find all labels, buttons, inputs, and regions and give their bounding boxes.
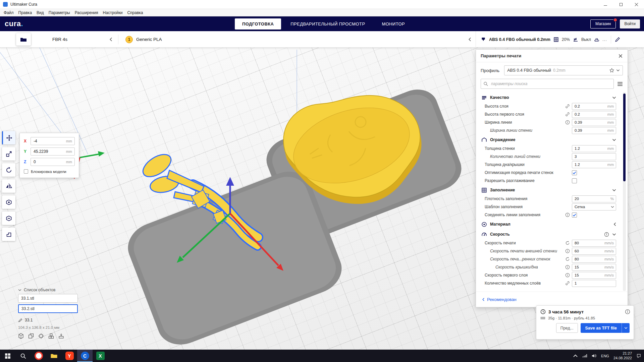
- object-item-1[interactable]: 33.2.stl: [18, 304, 78, 313]
- setting-label: Высота слоя: [485, 104, 565, 109]
- quality-category-icon: [481, 95, 487, 101]
- tab-monitor[interactable]: МОНИТОР: [374, 18, 412, 29]
- network-icon[interactable]: [582, 354, 587, 358]
- volume-icon[interactable]: [592, 354, 597, 358]
- tool-custom-button[interactable]: [2, 228, 15, 241]
- chevron-down-icon: [624, 327, 628, 329]
- tool-per-model-settings-button[interactable]: [2, 195, 15, 209]
- tray-expand-icon[interactable]: [573, 354, 578, 358]
- printer-selector[interactable]: FBR 4s: [37, 31, 67, 48]
- close-button[interactable]: [629, 0, 644, 9]
- settings-search-input[interactable]: [481, 79, 614, 89]
- recommended-mode-button[interactable]: Рекомендован: [482, 297, 517, 302]
- setting-value-field[interactable]: 15mm/s: [572, 264, 616, 271]
- language-indicator[interactable]: ENG: [601, 354, 609, 358]
- star-icon[interactable]: [609, 68, 614, 73]
- lock-model-checkbox[interactable]: [24, 169, 28, 174]
- tool-move-button[interactable]: [2, 131, 15, 144]
- menu-item-6[interactable]: Справка: [125, 10, 145, 15]
- settings-section-quality[interactable]: Качество: [476, 93, 628, 102]
- tab-preview[interactable]: ПРЕДВАРИТЕЛЬНЫЙ ПРОСМОТР: [283, 18, 372, 29]
- setting-checkbox[interactable]: [572, 178, 577, 183]
- z-position-field[interactable]: 0mm: [31, 158, 75, 166]
- setting-value-field[interactable]: 0.39mm: [572, 127, 616, 134]
- save-options-dropdown[interactable]: [622, 323, 630, 333]
- setting-value-field[interactable]: 60mm/s: [572, 248, 616, 255]
- setting-value-field[interactable]: 1: [572, 280, 616, 287]
- material-selector[interactable]: 1 Generic PLA: [121, 31, 162, 48]
- setting-value-field[interactable]: 1.2mm: [572, 145, 616, 152]
- printer-panel-collapse-icon[interactable]: [107, 31, 115, 48]
- object-item-0[interactable]: 33.1.stl: [18, 294, 78, 303]
- taskbar-app-browser[interactable]: [31, 350, 46, 362]
- app-header: cura. ПОДГОТОВКАПРЕДВАРИТЕЛЬНЫЙ ПРОСМОТР…: [0, 16, 644, 31]
- menu-item-4[interactable]: Расширения: [72, 10, 101, 15]
- settings-panel-collapse-icon[interactable]: [466, 31, 474, 48]
- tab-prepare[interactable]: ПОДГОТОВКА: [235, 18, 281, 29]
- menu-item-5[interactable]: Настройки: [101, 10, 125, 15]
- info-icon[interactable]: [625, 309, 630, 314]
- object-merge-icon[interactable]: [58, 333, 64, 339]
- setting-value-field[interactable]: 0.2mm: [572, 111, 616, 118]
- taskbar-app-start[interactable]: [0, 350, 15, 362]
- taskbar-clock[interactable]: 21:27 24.08.2022: [613, 351, 632, 361]
- minimize-button[interactable]: [598, 0, 613, 9]
- object-list-header[interactable]: Список объектов: [18, 288, 78, 292]
- menu-item-0[interactable]: Файл: [1, 10, 16, 15]
- settings-section-material[interactable]: Материал: [476, 220, 628, 229]
- object-multiply-icon[interactable]: [28, 333, 34, 339]
- setting-value-field[interactable]: 0.2mm: [572, 103, 616, 110]
- settings-section-infill[interactable]: Заполнение: [476, 185, 628, 195]
- setting-value-field[interactable]: 0.39mm: [572, 119, 616, 126]
- tool-scale-button[interactable]: [2, 147, 15, 161]
- y-position-field[interactable]: 45.2239mm: [31, 147, 75, 156]
- setting-value-field[interactable]: 1.2mm: [572, 161, 616, 168]
- taskbar-app-excel[interactable]: [93, 350, 108, 362]
- object-center-icon[interactable]: [38, 333, 44, 339]
- setting-value-field[interactable]: 80mm/s: [572, 256, 616, 263]
- taskbar-app-cura[interactable]: [77, 350, 93, 362]
- preview-button[interactable]: Пред...: [556, 323, 578, 333]
- setting-row-speed-1: Скорость печати внешней стенки60mm/s: [476, 247, 628, 255]
- marketplace-button[interactable]: Магазин: [590, 19, 616, 28]
- x-position-field[interactable]: -4mm: [31, 137, 75, 145]
- tool-support-blocker-button[interactable]: [2, 212, 15, 225]
- object-name-row[interactable]: 33.1: [18, 318, 78, 322]
- setting-value-field[interactable]: 20%: [572, 195, 616, 202]
- object-group-icon[interactable]: [48, 333, 54, 339]
- print-settings-summary[interactable]: ABS 0.4 FBG обычный 0.2mm 20% Выкл ...: [476, 31, 644, 48]
- setting-value-field[interactable]: 3: [572, 153, 616, 160]
- scrollbar-thumb[interactable]: [623, 94, 626, 181]
- settings-section-walls[interactable]: Ограждение: [476, 135, 628, 144]
- edit-pencil-icon[interactable]: [615, 37, 620, 42]
- open-file-button[interactable]: [16, 33, 31, 46]
- lock-model-row[interactable]: Блокировка модели: [24, 169, 75, 174]
- maximize-button[interactable]: [613, 0, 629, 9]
- setting-checkbox[interactable]: [572, 213, 577, 218]
- taskbar-app-explorer[interactable]: [46, 350, 62, 362]
- support-blocker-icon: [6, 215, 12, 222]
- profile-dropdown[interactable]: ABS 0.4 FBG обычный 0.2mm: [504, 65, 623, 75]
- object-arrange-icon[interactable]: [18, 333, 24, 339]
- notifications-icon[interactable]: [636, 354, 641, 358]
- menu-item-1[interactable]: Правка: [16, 10, 35, 15]
- rename-pencil-icon: [18, 318, 22, 322]
- setting-value-field[interactable]: 15mm/s: [572, 272, 616, 279]
- menu-item-3[interactable]: Параметры: [46, 10, 72, 15]
- tool-mirror-button[interactable]: [2, 179, 15, 193]
- object-tools: [18, 333, 78, 339]
- sign-in-button[interactable]: Войти: [620, 19, 640, 28]
- taskbar-app-search[interactable]: [15, 350, 31, 362]
- setting-checkbox[interactable]: [572, 170, 577, 175]
- setting-row-walls-1: Количество линий стенки3: [476, 153, 628, 161]
- taskbar-app-yandex[interactable]: [62, 350, 77, 362]
- save-button[interactable]: Save as TFT file: [581, 323, 630, 333]
- close-icon[interactable]: [618, 54, 623, 58]
- tool-rotate-button[interactable]: [2, 163, 15, 177]
- z-position-row: Z0mm: [24, 158, 75, 166]
- settings-menu-icon[interactable]: [617, 81, 623, 86]
- menu-item-2[interactable]: Вид: [34, 10, 46, 15]
- settings-section-speed[interactable]: Скорость: [476, 230, 628, 239]
- setting-select[interactable]: Сетка: [572, 203, 616, 210]
- setting-value-field[interactable]: 80mm/s: [572, 240, 616, 247]
